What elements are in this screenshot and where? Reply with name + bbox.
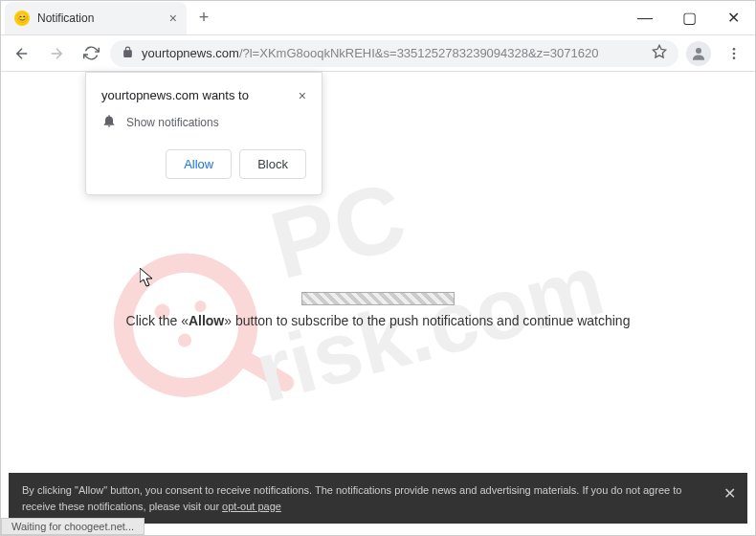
instruction-text: Click the «Allow» button to subscribe to… [1,313,755,328]
browser-toolbar: yourtopnews.com/?l=XKmG8ooqkNkREHI&s=335… [1,35,755,72]
svg-marker-0 [653,45,665,57]
profile-avatar-icon[interactable] [686,41,711,66]
new-tab-button[interactable]: + [190,5,217,32]
svg-point-3 [733,52,736,55]
cursor-icon [140,268,153,287]
popup-title: yourtopnews.com wants to [101,88,249,102]
chrome-menu-button[interactable] [719,38,749,69]
window-controls: — ▢ ✕ [623,3,755,34]
cookie-close-icon[interactable]: ✕ [723,482,736,505]
reload-button[interactable] [76,38,106,69]
notification-permission-popup: yourtopnews.com wants to × Show notifica… [85,72,322,195]
url-text: yourtopnews.com/?l=XKmG8ooqkNkREHI&s=335… [142,46,598,60]
block-button[interactable]: Block [239,149,306,179]
bell-icon [101,113,117,132]
tab-title: Notification [37,11,162,25]
window-titlebar: 😊 Notification × + — ▢ ✕ [1,1,755,35]
tab-favicon-icon: 😊 [14,11,30,26]
main-instruction: Click the «Allow» button to subscribe to… [1,292,755,328]
close-window-button[interactable]: ✕ [711,3,755,34]
svg-point-8 [177,332,193,348]
loading-bar [301,292,455,305]
tab-close-icon[interactable]: × [169,11,177,26]
browser-tab[interactable]: 😊 Notification × [5,2,187,34]
cookie-banner: By clicking "Allow" button, you consent … [9,473,747,524]
opt-out-link[interactable]: opt-out page [222,501,281,512]
back-button[interactable] [7,38,37,69]
svg-point-4 [733,56,736,59]
svg-line-9 [238,346,285,392]
address-bar[interactable]: yourtopnews.com/?l=XKmG8ooqkNkREHI&s=335… [110,40,678,67]
allow-button[interactable]: Allow [166,149,232,179]
cookie-text: By clicking "Allow" button, you consent … [22,484,681,512]
status-bar: Waiting for choogeet.net... [1,518,145,535]
page-content: PC risk.com yourtopnews.com wants to × S… [1,72,755,535]
lock-icon [122,46,134,61]
forward-button[interactable] [41,38,72,69]
svg-point-2 [733,48,736,51]
svg-point-1 [696,48,701,54]
bookmark-star-icon[interactable] [652,44,667,63]
maximize-button[interactable]: ▢ [667,3,711,34]
minimize-button[interactable]: — [623,3,667,34]
popup-message: Show notifications [126,116,219,129]
popup-close-icon[interactable]: × [299,88,306,103]
